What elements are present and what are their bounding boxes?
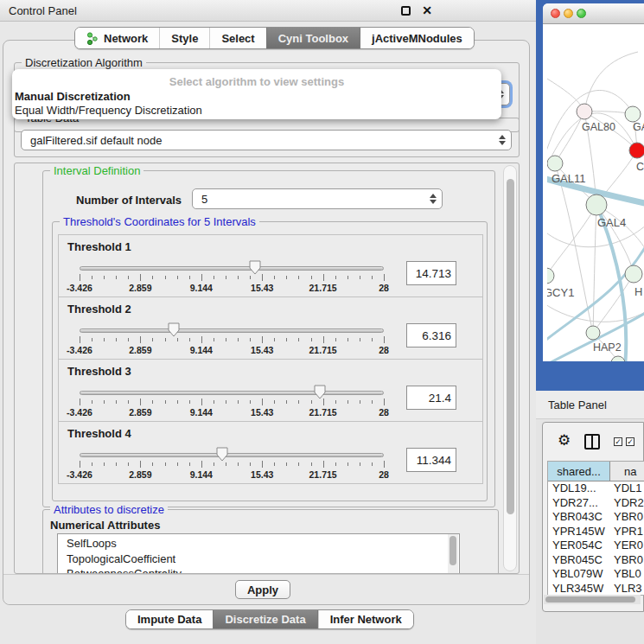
network-canvas[interactable]: GAL80GALCGAL11GAL4GCY1HHAP2 xyxy=(547,24,644,361)
network-node[interactable] xyxy=(547,156,563,171)
slider-thumb[interactable] xyxy=(168,322,180,337)
float-window-icon[interactable] xyxy=(401,6,411,16)
number-of-intervals-select[interactable]: 5 xyxy=(192,188,443,209)
threshold-3-panel: Threshold 3 -3.4262.8599.14415.4321.7152… xyxy=(58,359,483,422)
table-rows: YDL19...YDL1YDR27...YDR2YBR043CYBR0YPR14… xyxy=(548,481,644,596)
slider-thumb[interactable] xyxy=(314,385,326,399)
list-item[interactable]: BetweennessCentrality xyxy=(58,566,459,574)
threshold-label: Threshold 4 xyxy=(67,427,131,440)
network-window-titlebar xyxy=(543,3,644,24)
table-data-value: galFiltered.sif default node xyxy=(22,134,494,147)
tab-label: Network xyxy=(104,32,148,45)
group-title: Interval Definition xyxy=(50,164,143,177)
table-row[interactable]: YDR27...YDR2 xyxy=(548,496,644,511)
network-edge[interactable] xyxy=(547,205,596,276)
thresholds-group: Threshold's Coordinates for 5 Intervals … xyxy=(52,221,488,501)
table-toolbar: ⚙ ✓ ✓ xyxy=(543,423,643,461)
network-node[interactable] xyxy=(625,106,641,122)
number-of-intervals-label: Number of Intervals xyxy=(76,194,182,207)
gear-icon[interactable]: ⚙ xyxy=(558,433,571,448)
tab-discretize-data[interactable]: Discretize Data xyxy=(213,610,317,628)
slider-tick-labels: -3.4262.8599.14415.4321.71528 xyxy=(80,345,384,355)
dropdown-option-manual-discretization[interactable]: Manual Discretization xyxy=(15,90,131,103)
threshold-2-slider[interactable]: -3.4262.8599.14415.4321.71528 xyxy=(80,320,384,358)
combo-stepper-icon[interactable] xyxy=(424,194,442,204)
threshold-1-panel: Threshold 1 -3.4262.8599.14415.4321.7152… xyxy=(58,234,483,297)
network-graph[interactable]: GAL80GALCGAL11GAL4GCY1HHAP2 xyxy=(547,24,644,361)
threshold-value-field[interactable]: 11.344 xyxy=(406,448,456,472)
tab-cyni-toolbox[interactable]: Cyni Toolbox xyxy=(266,28,360,48)
table-row[interactable]: YPR145WYPR1 xyxy=(548,525,644,539)
tab-impute-data[interactable]: Impute Data xyxy=(126,610,213,628)
node-label: HAP2 xyxy=(593,341,622,354)
threshold-value-field[interactable]: 6.316 xyxy=(406,323,456,348)
slider-thumb[interactable] xyxy=(249,260,261,275)
table-header-row: shared... na xyxy=(548,462,644,481)
network-node[interactable] xyxy=(586,194,607,215)
slider-track[interactable] xyxy=(80,391,384,395)
network-node[interactable] xyxy=(577,104,592,119)
close-traffic-light-icon[interactable] xyxy=(551,9,560,18)
table-row[interactable]: YBR045CYBR0 xyxy=(548,553,644,568)
threshold-4-slider[interactable]: -3.4262.8599.14415.4321.71528 xyxy=(80,444,384,482)
tab-network[interactable]: Network xyxy=(75,28,159,48)
network-node[interactable] xyxy=(629,143,644,158)
network-edge[interactable] xyxy=(547,303,644,322)
numerical-attributes-list[interactable]: SelfLoopsTopologicalCoefficientBetweenne… xyxy=(57,533,460,574)
dropdown-option-equal-width-frequency[interactable]: Equal Width/Frequency Discretization xyxy=(15,104,202,117)
combo-stepper-icon[interactable] xyxy=(494,135,511,145)
tab-jactivemnodules[interactable]: jActiveMNodules xyxy=(360,28,474,48)
network-node[interactable] xyxy=(625,265,642,283)
list-item[interactable]: SelfLoops xyxy=(58,536,459,552)
numerical-attributes-label: Numerical Attributes xyxy=(50,519,160,532)
threshold-2-panel: Threshold 2 -3.4262.8599.14415.4321.7152… xyxy=(58,296,483,360)
network-edge[interactable] xyxy=(584,52,638,112)
table-data-select[interactable]: galFiltered.sif default node xyxy=(21,130,512,150)
minimize-traffic-light-icon[interactable] xyxy=(564,9,573,18)
table-row[interactable]: YLR345WYLR3 xyxy=(548,582,644,596)
tab-style[interactable]: Style xyxy=(159,28,209,48)
threshold-4-panel: Threshold 4 -3.4262.8599.14415.4321.7152… xyxy=(58,421,483,484)
threshold-3-slider[interactable]: -3.4262.8599.14415.4321.71528 xyxy=(80,382,384,420)
column-header-name[interactable]: na xyxy=(610,462,644,481)
column-header-shared-name[interactable]: shared... xyxy=(548,462,610,481)
apply-button[interactable]: Apply xyxy=(235,580,290,599)
zoom-traffic-light-icon[interactable] xyxy=(577,9,586,18)
slider-track[interactable] xyxy=(80,453,384,457)
table-row[interactable]: YBR043CYBR0 xyxy=(548,510,644,525)
slider-track[interactable] xyxy=(80,266,384,271)
threshold-1-slider[interactable]: -3.4262.8599.14415.4321.71528 xyxy=(80,258,384,296)
cyni-mode-tabs: Impute Data Discretize Data Infer Networ… xyxy=(125,609,414,629)
table-panel-body: ⚙ ✓ ✓ shared... na YDL19...YDL1YDR27...Y… xyxy=(542,422,644,612)
close-icon[interactable]: ✕ xyxy=(422,3,432,17)
slider-thumb[interactable] xyxy=(216,447,228,462)
split-columns-icon[interactable] xyxy=(584,434,600,450)
group-title: Threshold's Coordinates for 5 Intervals xyxy=(60,215,259,228)
table-row[interactable]: YDL19...YDL1 xyxy=(548,481,644,496)
attributes-group: Attributes to discretize Numerical Attri… xyxy=(42,509,499,574)
group-title: Discretization Algorithm xyxy=(22,56,146,69)
node-label: H xyxy=(634,285,642,298)
checkbox-icon[interactable]: ✓ xyxy=(626,437,634,446)
slider-tick-labels: -3.4262.8599.14415.4321.71528 xyxy=(80,407,384,418)
network-edge[interactable] xyxy=(593,205,596,333)
table-row[interactable]: YBL079WYBL0 xyxy=(548,567,644,582)
network-node[interactable] xyxy=(547,268,554,284)
threshold-value-field[interactable]: 14.713 xyxy=(406,261,456,285)
threshold-value-field[interactable]: 21.4 xyxy=(406,386,456,410)
network-node[interactable] xyxy=(611,356,625,361)
threshold-label: Threshold 2 xyxy=(67,303,131,316)
table-horizontal-scrollbar[interactable] xyxy=(544,595,641,604)
network-node[interactable] xyxy=(586,326,600,340)
threshold-label: Threshold 1 xyxy=(67,240,131,253)
dropdown-placeholder: Select algorithm to view settings xyxy=(12,75,501,88)
settings-scrollbar[interactable] xyxy=(503,165,517,571)
table-row[interactable]: YER054CYER0 xyxy=(548,539,644,553)
checkbox-icon[interactable]: ✓ xyxy=(614,437,622,446)
tab-select[interactable]: Select xyxy=(209,28,265,48)
list-item[interactable]: TopologicalCoefficient xyxy=(58,552,459,567)
slider-track[interactable] xyxy=(80,328,384,333)
list-scrollbar[interactable] xyxy=(448,534,458,574)
control-panel-titlebar: Control Panel ✕ xyxy=(0,0,536,22)
tab-infer-network[interactable]: Infer Network xyxy=(318,610,413,628)
